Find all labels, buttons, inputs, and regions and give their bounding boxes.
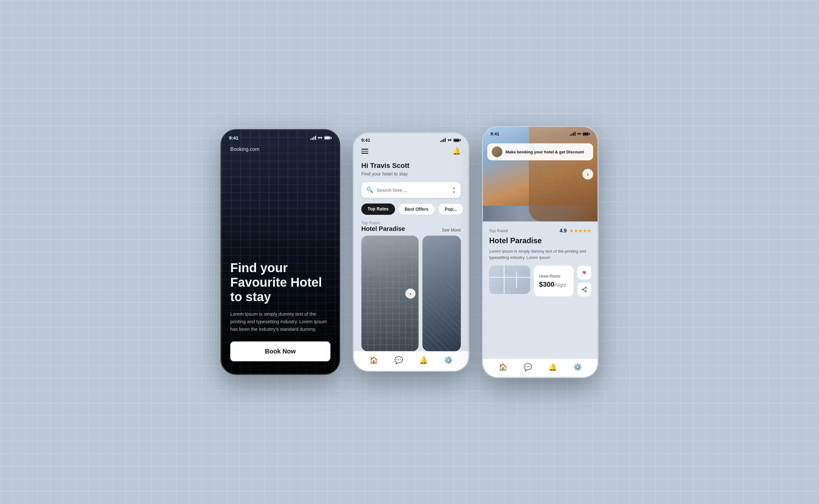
phone1-brand: Booking.com [230, 146, 260, 152]
chip-popular[interactable]: Pop... [438, 203, 463, 215]
wifi-icon: ▾▾ [448, 138, 451, 142]
price-label: Hotel Rents [539, 274, 569, 278]
phone2-bottom-navbar: 🏠 💬 🔔 ⚙️ [354, 351, 468, 371]
nav-settings-icon[interactable]: ⚙️ [444, 356, 453, 364]
phone-2: 9:41 ▾▾ 🔔 Hi Travi [353, 132, 469, 372]
phone3-status-bar: 9:41 ▾▾ [490, 131, 590, 136]
svg-line-3 [583, 288, 585, 289]
section-labels: Top Rated Hotel Paradise [361, 221, 405, 232]
hotel-image-main: › [361, 236, 419, 351]
rating-row: Top Rated 4.9 ★★★★★ [489, 228, 591, 234]
phone3-hero-section: 9:41 ▾▾ Make booki [483, 127, 598, 221]
nav-bell-icon[interactable]: 🔔 [548, 363, 557, 371]
battery-icon [324, 136, 332, 140]
nav-home-icon[interactable]: 🏠 [499, 363, 507, 371]
nav-chat-icon[interactable]: 💬 [524, 363, 532, 371]
search-input[interactable] [376, 187, 449, 193]
sort-arrows-icon[interactable]: ▲▼ [452, 186, 456, 194]
phone1-status-bar: 9:41 ▾▾ [229, 135, 332, 140]
share-button[interactable] [577, 283, 591, 296]
hotel-name: Hotel Paradise [489, 236, 591, 245]
hotel-images: › [354, 236, 468, 351]
signal-icon [570, 132, 576, 136]
promo-avatar [492, 146, 502, 157]
battery-icon [582, 132, 590, 136]
promo-banner: Make booking your hotel & get Discount [487, 143, 593, 160]
svg-point-2 [582, 289, 583, 290]
hero-next-button[interactable]: › [582, 169, 593, 180]
phone1-screen: 9:41 ▾▾ Booking.com Find your Favourite … [221, 130, 339, 374]
chip-best-offers[interactable]: Best Offers [398, 203, 435, 215]
signal-icon [440, 138, 446, 142]
nav-bell-icon[interactable]: 🔔 [419, 356, 428, 364]
phone2-search-bar[interactable]: 🔍 ▲▼ [361, 182, 461, 198]
price-value: $300/Night [539, 280, 569, 289]
phone3-time: 9:41 [490, 131, 499, 136]
phone1-content: Find your Favourite Hotel to stay Lorem … [230, 261, 330, 333]
rating-score-group: 4.9 ★★★★★ [560, 228, 591, 234]
phone2-status-bar: 9:41 ▾▾ [354, 133, 468, 145]
notification-bell-icon[interactable]: 🔔 [452, 147, 461, 155]
phone1-description: Lorem Ipsum is simply dummy text of the … [230, 310, 330, 333]
phone2-time: 9:41 [361, 138, 370, 143]
phone1-cta-wrap: Book Now [230, 341, 330, 361]
phone1-headline: Find your Favourite Hotel to stay [230, 261, 330, 304]
phone1-status-right: ▾▾ [310, 135, 332, 140]
filter-chips: Top Rates Best Offers Pop... [354, 202, 468, 219]
chip-top-rates[interactable]: Top Rates [361, 203, 395, 215]
favorite-button[interactable]: ♥ [577, 266, 591, 279]
greeting-name: Hi Travis Scott [361, 162, 461, 170]
battery-icon [453, 139, 461, 142]
book-now-button[interactable]: Book Now [230, 341, 330, 361]
phone2-status-right: ▾▾ [440, 138, 461, 142]
phone2-section-header: Top Rated Hotel Paradise See More [354, 219, 468, 236]
wifi-icon: ▾▾ [577, 132, 581, 136]
nav-home-icon[interactable]: 🏠 [369, 356, 378, 364]
hero-image [483, 127, 598, 221]
phone2-screen: 9:41 ▾▾ 🔔 Hi Travi [354, 133, 468, 371]
phone2-topbar: 🔔 [354, 145, 468, 159]
phone3-status-right: ▾▾ [570, 132, 590, 136]
svg-line-4 [583, 290, 585, 291]
action-buttons: ♥ [577, 266, 591, 296]
rating-score: 4.9 [560, 228, 567, 234]
top-rated-label: Top Rated [489, 228, 508, 233]
svg-point-1 [585, 291, 587, 292]
promo-text: Make booking your hotel & get Discount [506, 150, 584, 154]
svg-point-0 [585, 287, 587, 288]
hotel-image-secondary [422, 236, 461, 351]
price-card: Hotel Rents $300/Night [534, 266, 574, 296]
phone2-greeting: Hi Travis Scott Find your hotel to stay [354, 159, 468, 178]
phone-1: 9:41 ▾▾ Booking.com Find your Favourite … [221, 129, 340, 375]
phone1-overlay [221, 130, 339, 374]
wifi-icon: ▾▾ [318, 135, 322, 140]
building-visual-2 [422, 236, 461, 351]
menu-icon[interactable] [361, 149, 368, 154]
phone3-detail-section: Top Rated 4.9 ★★★★★ Hotel Paradise Lorem… [483, 221, 598, 359]
section-subtitle: Top Rated [361, 221, 405, 225]
phone3-screen: 9:41 ▾▾ Make booki [483, 127, 598, 377]
hotel-description: Lorem Ipsum is simply dummy text of the … [489, 248, 591, 261]
signal-icon [310, 136, 316, 140]
stars-icon: ★★★★★ [569, 228, 591, 234]
phone-3: 9:41 ▾▾ Make booki [482, 126, 599, 378]
see-more-link[interactable]: See More [442, 227, 461, 232]
nav-chat-icon[interactable]: 💬 [394, 356, 403, 364]
phone3-bottom-navbar: 🏠 💬 🔔 ⚙️ [483, 359, 598, 377]
section-title: Hotel Paradise [361, 225, 405, 232]
phone3-bottom-row: Hotel Rents $300/Night ♥ [489, 266, 591, 296]
phone1-time: 9:41 [229, 135, 238, 140]
nav-settings-icon[interactable]: ⚙️ [573, 363, 582, 371]
image-next-button[interactable]: › [405, 289, 415, 299]
greeting-subtitle: Find your hotel to stay [361, 171, 461, 176]
search-icon: 🔍 [366, 186, 373, 193]
map-thumbnail[interactable] [489, 266, 530, 294]
